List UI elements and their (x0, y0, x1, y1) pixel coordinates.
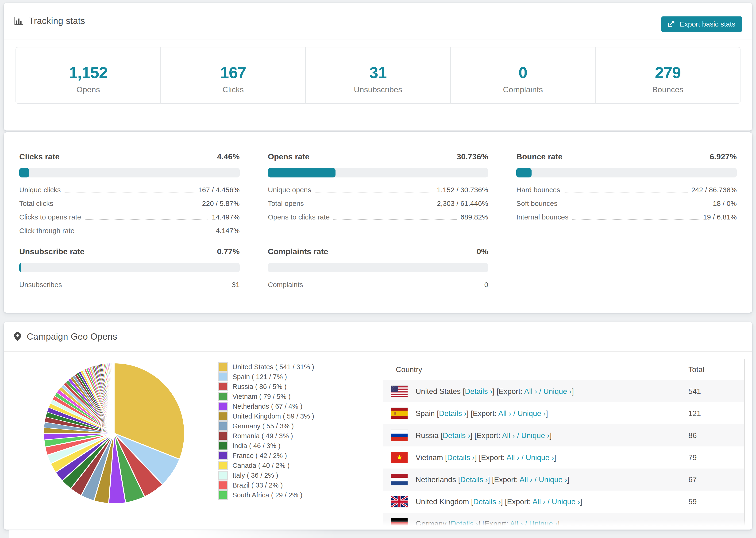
geo-table-row-russia: Russia [Details ›] [Export: All › / Uniq… (383, 424, 744, 447)
geo-table-row-germany: Germany [Details ›] [Export: All › / Uni… (383, 512, 744, 529)
legend-swatch (218, 461, 228, 470)
legend-label: Netherlands ( 67 / 4% ) (233, 403, 302, 410)
rate-row-value: 2,303 / 61.446% (437, 199, 488, 207)
export-all-link-netherlands[interactable]: All › (519, 475, 532, 484)
rate-section-complaints-rate: Complaints rate0%Complaints0 (268, 247, 488, 292)
export-unique-link-vietnam[interactable]: Unique › (526, 453, 554, 462)
rate-value: 0.77% (217, 247, 240, 256)
flag-us-icon (391, 386, 407, 397)
dotted-leader (572, 219, 699, 220)
export-unique-link-united-kingdom[interactable]: Unique › (552, 497, 580, 506)
dotted-leader (333, 219, 457, 220)
rate-row-total-clicks: Total clicks220 / 5.87% (19, 197, 240, 210)
stat-box-complaints: 0Complaints (451, 47, 596, 103)
link-separator: / (545, 497, 552, 506)
rate-rows: Hard bounces242 / 86.738%Soft bounces18 … (516, 183, 737, 224)
rate-section-clicks-rate: Clicks rate4.46%Unique clicks167 / 4.456… (19, 152, 240, 238)
details-link-germany[interactable]: Details › (451, 519, 478, 528)
legend-swatch (218, 451, 228, 460)
rate-progress-bar (19, 168, 240, 178)
bar-chart-icon (14, 17, 23, 26)
stat-box-bounces: 279Bounces (596, 47, 740, 103)
rate-row-value: 31 (232, 281, 240, 289)
country-name: Vietnam (415, 453, 445, 462)
export-unique-link-germany[interactable]: Unique › (529, 519, 558, 528)
rate-row-soft-bounces: Soft bounces18 / 0% (516, 197, 737, 210)
details-link-united-kingdom[interactable]: Details › (473, 497, 501, 506)
rate-progress-bar (19, 263, 240, 272)
rate-row-clicks-to-opens-rate: Clicks to opens rate14.497% (19, 210, 240, 224)
flag-es-icon (391, 408, 407, 419)
geo-total-cell: 79 (688, 453, 744, 462)
dotted-leader (57, 206, 198, 206)
export-all-link-united-kingdom[interactable]: All › (532, 497, 545, 506)
rate-title: Bounce rate (516, 152, 563, 161)
geo-opens-legend: United States ( 541 / 31% )Spain ( 121 /… (218, 362, 314, 500)
rate-section-opens-rate: Opens rate30.736%Unique opens1,152 / 30.… (268, 152, 488, 238)
export-basic-stats-button[interactable]: Export basic stats (661, 17, 742, 32)
rate-rows: Complaints0 (268, 278, 488, 292)
export-unique-link-spain[interactable]: Unique › (517, 409, 546, 418)
rate-row-label: Clicks to opens rate (19, 213, 81, 221)
details-link-united-states[interactable]: Details › (465, 387, 492, 396)
rate-section-bounce-rate: Bounce rate6.927%Hard bounces242 / 86.73… (516, 152, 737, 238)
page-title: Tracking stats (28, 16, 85, 26)
rate-header: Clicks rate4.46% (19, 152, 240, 163)
stat-value: 31 (369, 63, 387, 82)
export-all-link-united-states[interactable]: All › (524, 387, 537, 396)
rate-rows: Unsubscribes31 (19, 278, 240, 292)
legend-swatch (218, 431, 228, 441)
rate-header: Unsubscribe rate0.77% (19, 247, 240, 258)
geo-country-cell: Vietnam [Details ›] [Export: All › / Uni… (415, 453, 688, 462)
stat-value: 0 (519, 63, 527, 82)
legend-item-vietnam: Vietnam ( 79 / 5% ) (218, 392, 314, 402)
export-all-link-vietnam[interactable]: All › (507, 453, 519, 462)
rate-value: 6.927% (710, 152, 737, 161)
geo-country-cell: Spain [Details ›] [Export: All › / Uniqu… (415, 409, 688, 418)
legend-item-canada: Canada ( 40 / 2% ) (218, 460, 314, 470)
details-link-netherlands[interactable]: Details › (460, 475, 488, 484)
details-link-russia[interactable]: Details › (443, 431, 470, 440)
link-separator: / (519, 453, 526, 462)
rate-progress-fill (516, 168, 531, 178)
legend-swatch (218, 421, 228, 431)
geo-total-cell: 59 (688, 497, 744, 506)
rate-row-complaints: Complaints0 (268, 278, 488, 292)
rate-row-value: 1,152 / 30.736% (437, 186, 488, 194)
geo-opens-header: Campaign Geo Opens (4, 322, 752, 351)
stat-label: Opens (77, 85, 100, 94)
export-unique-link-russia[interactable]: Unique › (521, 431, 550, 440)
export-all-link-spain[interactable]: All › (498, 409, 511, 418)
rate-row-opens-to-clicks-rate: Opens to clicks rate689.82% (268, 210, 488, 224)
rate-row-label: Soft bounces (516, 199, 557, 207)
dotted-leader (564, 192, 687, 192)
rate-rows: Unique clicks167 / 4.456%Total clicks220… (19, 183, 240, 238)
geo-table-row-vietnam: Vietnam [Details ›] [Export: All › / Uni… (383, 447, 744, 468)
legend-label: Romania ( 49 / 3% ) (233, 432, 293, 440)
rate-row-unique-clicks: Unique clicks167 / 4.456% (19, 183, 240, 197)
export-icon (668, 20, 675, 28)
geo-table-row-netherlands: Netherlands [Details ›] [Export: All › /… (383, 468, 744, 491)
legend-swatch (218, 362, 228, 372)
legend-item-brazil: Brazil ( 33 / 2% ) (218, 480, 314, 490)
export-all-link-russia[interactable]: All › (502, 431, 515, 440)
legend-label: Spain ( 121 / 7% ) (233, 373, 287, 381)
geo-total-cell: 67 (688, 475, 744, 484)
stat-box-opens: 1,152Opens (16, 47, 161, 103)
export-unique-link-netherlands[interactable]: Unique › (539, 475, 567, 484)
export-button-label: Export basic stats (680, 20, 735, 28)
details-link-vietnam[interactable]: Details › (447, 453, 475, 462)
rate-row-value: 18 / 0% (713, 199, 737, 207)
legend-swatch (218, 471, 228, 480)
rate-rows: Unique opens1,152 / 30.736%Total opens2,… (268, 183, 488, 224)
geo-opens-body: United States ( 541 / 31% )Spain ( 121 /… (4, 351, 752, 529)
flag-ru-icon (391, 430, 407, 441)
rate-row-hard-bounces: Hard bounces242 / 86.738% (516, 183, 737, 197)
country-name: Germany (415, 519, 449, 528)
export-unique-link-united-states[interactable]: Unique › (543, 387, 572, 396)
geo-opens-card: Campaign Geo Opens United States ( 541 /… (4, 322, 752, 529)
details-link-spain[interactable]: Details › (439, 409, 466, 418)
legend-label: France ( 42 / 2% ) (233, 452, 287, 459)
export-all-link-germany[interactable]: All › (510, 519, 523, 528)
country-name: Netherlands (415, 475, 458, 484)
